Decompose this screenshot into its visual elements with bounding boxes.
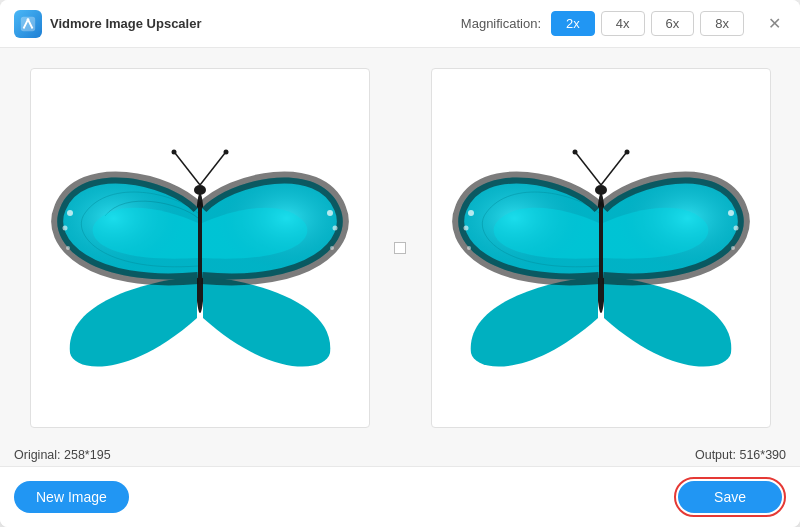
original-info-text: Original: 258*195: [14, 448, 111, 462]
svg-line-18: [601, 153, 626, 185]
output-butterfly-image: [451, 93, 751, 403]
svg-point-11: [327, 210, 333, 216]
main-content: [0, 48, 800, 440]
output-image-panel: [415, 64, 786, 432]
svg-point-24: [733, 226, 738, 231]
app-title: Vidmore Image Upscaler: [50, 16, 202, 31]
svg-line-16: [576, 153, 601, 185]
mag-btn-8x[interactable]: 8x: [700, 11, 744, 36]
info-bar: Original: 258*195 Output: 516*390: [0, 440, 800, 466]
svg-point-5: [171, 150, 176, 155]
original-butterfly-image: [50, 93, 350, 403]
mag-btn-2x[interactable]: 2x: [551, 11, 595, 36]
save-button[interactable]: Save: [678, 481, 782, 513]
svg-point-23: [728, 210, 734, 216]
svg-point-1: [27, 18, 30, 21]
svg-point-12: [332, 226, 337, 231]
app-logo: [14, 10, 42, 38]
titlebar: Vidmore Image Upscaler Magnification: 2x…: [0, 0, 800, 48]
mag-btn-6x[interactable]: 6x: [651, 11, 695, 36]
svg-point-20: [468, 210, 474, 216]
output-image-frame: [431, 68, 771, 428]
output-info-text: Output: 516*390: [695, 448, 786, 462]
save-button-wrapper: Save: [674, 477, 786, 517]
svg-line-6: [200, 153, 225, 185]
svg-point-7: [223, 150, 228, 155]
app-window: Vidmore Image Upscaler Magnification: 2x…: [0, 0, 800, 527]
svg-line-4: [175, 153, 200, 185]
svg-point-3: [194, 185, 206, 195]
svg-point-22: [467, 246, 471, 250]
svg-point-21: [463, 226, 468, 231]
svg-point-19: [624, 150, 629, 155]
bottom-bar: New Image Save: [0, 466, 800, 527]
svg-point-8: [67, 210, 73, 216]
close-button[interactable]: ✕: [762, 12, 786, 36]
svg-point-17: [572, 150, 577, 155]
magnification-buttons: 2x 4x 6x 8x: [551, 11, 744, 36]
svg-point-10: [66, 246, 70, 250]
new-image-button[interactable]: New Image: [14, 481, 129, 513]
panel-divider: [385, 64, 415, 432]
compare-checkbox[interactable]: [394, 242, 406, 254]
svg-point-9: [62, 226, 67, 231]
original-image-frame: [30, 68, 370, 428]
svg-point-25: [731, 246, 735, 250]
mag-btn-4x[interactable]: 4x: [601, 11, 645, 36]
svg-point-15: [595, 185, 607, 195]
magnification-label: Magnification:: [461, 16, 541, 31]
original-image-panel: [14, 64, 385, 432]
svg-point-13: [330, 246, 334, 250]
